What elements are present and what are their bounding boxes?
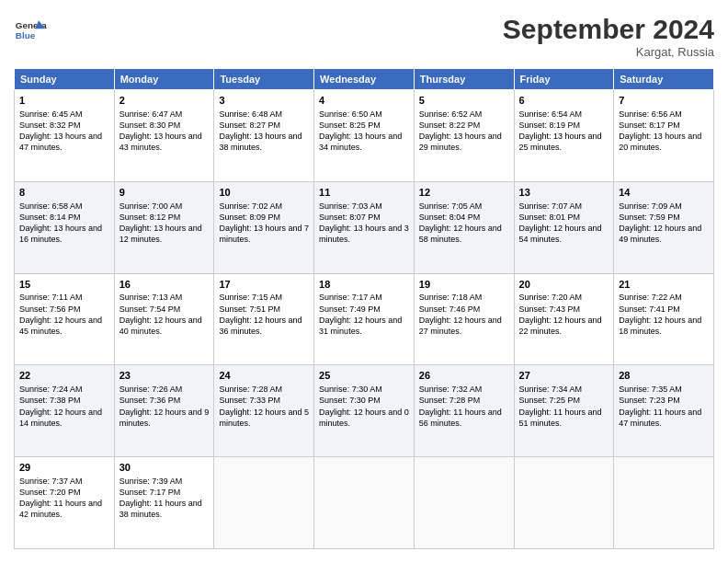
svg-text:Blue: Blue xyxy=(16,30,36,40)
calendar-cell: 1Sunrise: 6:45 AMSunset: 8:32 PMDaylight… xyxy=(15,90,115,182)
location-subtitle: Kargat, Russia xyxy=(503,45,714,59)
daylight-label: Daylight: 12 hours and 22 minutes. xyxy=(519,316,602,336)
column-header-saturday: Saturday xyxy=(614,69,714,90)
sunrise-label: Sunrise: 6:58 AM xyxy=(19,201,83,211)
calendar-cell: 9Sunrise: 7:00 AMSunset: 8:12 PMDaylight… xyxy=(114,181,214,273)
sunset-label: Sunset: 7:23 PM xyxy=(619,396,680,405)
sunrise-label: Sunrise: 7:34 AM xyxy=(519,385,583,394)
sunrise-label: Sunrise: 6:48 AM xyxy=(219,109,282,119)
sunset-label: Sunset: 8:22 PM xyxy=(419,121,481,130)
day-number: 20 xyxy=(519,278,609,292)
calendar-cell: 18Sunrise: 7:17 AMSunset: 7:49 PMDayligh… xyxy=(314,273,415,365)
sunset-label: Sunset: 8:12 PM xyxy=(119,213,181,222)
daylight-label: Daylight: 12 hours and 18 minutes. xyxy=(619,316,701,336)
daylight-label: Daylight: 12 hours and 14 minutes. xyxy=(19,408,102,428)
day-number: 3 xyxy=(219,94,309,108)
sunset-label: Sunset: 8:17 PM xyxy=(619,121,680,130)
daylight-label: Daylight: 13 hours and 47 minutes. xyxy=(19,132,102,152)
sunrise-label: Sunrise: 7:03 AM xyxy=(319,201,382,211)
calendar-cell: 30Sunrise: 7:39 AMSunset: 7:17 PMDayligh… xyxy=(114,457,214,549)
sunset-label: Sunset: 8:07 PM xyxy=(319,213,381,222)
daylight-label: Daylight: 12 hours and 49 minutes. xyxy=(619,224,701,244)
sunrise-label: Sunrise: 7:39 AM xyxy=(119,477,183,486)
sunrise-label: Sunrise: 6:50 AM xyxy=(319,109,382,119)
calendar-cell: 7Sunrise: 6:56 AMSunset: 8:17 PMDaylight… xyxy=(614,90,714,182)
sunrise-label: Sunrise: 6:45 AM xyxy=(19,109,83,119)
sunrise-label: Sunrise: 6:47 AM xyxy=(119,109,183,119)
calendar-cell: 11Sunrise: 7:03 AMSunset: 8:07 PMDayligh… xyxy=(314,181,415,273)
sunset-label: Sunset: 8:19 PM xyxy=(519,121,581,130)
day-number: 7 xyxy=(619,94,709,108)
day-number: 23 xyxy=(119,369,210,383)
day-number: 26 xyxy=(419,369,509,383)
calendar-cell: 2Sunrise: 6:47 AMSunset: 8:30 PMDaylight… xyxy=(114,90,214,182)
daylight-label: Daylight: 12 hours and 58 minutes. xyxy=(419,224,502,244)
daylight-label: Daylight: 12 hours and 54 minutes. xyxy=(519,224,602,244)
calendar-cell xyxy=(314,457,415,549)
column-header-friday: Friday xyxy=(514,69,614,90)
sunset-label: Sunset: 7:33 PM xyxy=(219,396,280,405)
daylight-label: Daylight: 12 hours and 9 minutes. xyxy=(119,408,210,428)
calendar-cell: 4Sunrise: 6:50 AMSunset: 8:25 PMDaylight… xyxy=(314,90,415,182)
calendar-cell: 23Sunrise: 7:26 AMSunset: 7:36 PMDayligh… xyxy=(114,365,214,457)
day-number: 18 xyxy=(319,278,409,292)
sunrise-label: Sunrise: 7:02 AM xyxy=(219,201,282,211)
day-number: 11 xyxy=(319,186,409,200)
sunrise-label: Sunrise: 7:26 AM xyxy=(119,385,183,394)
calendar-cell xyxy=(214,457,314,549)
day-number: 28 xyxy=(619,369,709,383)
sunrise-label: Sunrise: 7:35 AM xyxy=(619,385,682,394)
daylight-label: Daylight: 12 hours and 36 minutes. xyxy=(219,316,301,336)
calendar-cell: 26Sunrise: 7:32 AMSunset: 7:28 PMDayligh… xyxy=(414,365,514,457)
day-number: 1 xyxy=(19,94,109,108)
sunset-label: Sunset: 7:36 PM xyxy=(119,396,181,405)
sunset-label: Sunset: 7:56 PM xyxy=(19,304,81,314)
calendar-cell: 13Sunrise: 7:07 AMSunset: 8:01 PMDayligh… xyxy=(514,181,614,273)
sunrise-label: Sunrise: 7:13 AM xyxy=(119,293,183,302)
logo: General Blue xyxy=(14,14,47,47)
daylight-label: Daylight: 12 hours and 27 minutes. xyxy=(419,316,502,336)
sunset-label: Sunset: 7:59 PM xyxy=(619,213,680,222)
daylight-label: Daylight: 12 hours and 31 minutes. xyxy=(319,316,402,336)
sunset-label: Sunset: 8:27 PM xyxy=(219,121,280,130)
sunrise-label: Sunrise: 6:54 AM xyxy=(519,109,583,119)
day-number: 9 xyxy=(119,186,210,200)
sunrise-label: Sunrise: 7:18 AM xyxy=(419,293,483,302)
calendar-cell: 29Sunrise: 7:37 AMSunset: 7:20 PMDayligh… xyxy=(15,457,115,549)
sunset-label: Sunset: 8:32 PM xyxy=(19,121,81,130)
sunset-label: Sunset: 7:46 PM xyxy=(419,304,481,314)
page: General Blue September 2024 Kargat, Russ… xyxy=(0,0,728,563)
sunrise-label: Sunrise: 7:07 AM xyxy=(519,201,583,211)
day-number: 22 xyxy=(19,369,109,383)
daylight-label: Daylight: 12 hours and 45 minutes. xyxy=(19,316,102,336)
calendar-cell: 17Sunrise: 7:15 AMSunset: 7:51 PMDayligh… xyxy=(214,273,314,365)
day-number: 21 xyxy=(619,278,709,292)
sunrise-label: Sunrise: 7:09 AM xyxy=(619,201,682,211)
sunrise-label: Sunrise: 7:30 AM xyxy=(319,385,382,394)
daylight-label: Daylight: 11 hours and 47 minutes. xyxy=(619,408,701,428)
day-number: 19 xyxy=(419,278,509,292)
sunset-label: Sunset: 7:20 PM xyxy=(19,488,81,497)
header: General Blue September 2024 Kargat, Russ… xyxy=(14,14,714,59)
day-number: 17 xyxy=(219,278,309,292)
sunset-label: Sunset: 8:25 PM xyxy=(319,121,381,130)
calendar-cell: 24Sunrise: 7:28 AMSunset: 7:33 PMDayligh… xyxy=(214,365,314,457)
sunset-label: Sunset: 8:14 PM xyxy=(19,213,81,222)
sunrise-label: Sunrise: 7:37 AM xyxy=(19,477,83,486)
daylight-label: Daylight: 13 hours and 38 minutes. xyxy=(219,132,301,152)
sunset-label: Sunset: 7:49 PM xyxy=(319,304,381,314)
daylight-label: Daylight: 12 hours and 5 minutes. xyxy=(219,408,309,428)
month-title: September 2024 xyxy=(503,14,714,45)
day-number: 6 xyxy=(519,94,609,108)
day-number: 15 xyxy=(19,278,109,292)
daylight-label: Daylight: 13 hours and 3 minutes. xyxy=(319,224,409,244)
column-header-monday: Monday xyxy=(114,69,214,90)
calendar-cell: 16Sunrise: 7:13 AMSunset: 7:54 PMDayligh… xyxy=(114,273,214,365)
sunrise-label: Sunrise: 7:11 AM xyxy=(19,293,83,302)
sunset-label: Sunset: 7:28 PM xyxy=(419,396,481,405)
day-number: 16 xyxy=(119,278,210,292)
daylight-label: Daylight: 13 hours and 34 minutes. xyxy=(319,132,402,152)
daylight-label: Daylight: 12 hours and 40 minutes. xyxy=(119,316,202,336)
calendar-cell: 15Sunrise: 7:11 AMSunset: 7:56 PMDayligh… xyxy=(15,273,115,365)
calendar-cell: 5Sunrise: 6:52 AMSunset: 8:22 PMDaylight… xyxy=(414,90,514,182)
